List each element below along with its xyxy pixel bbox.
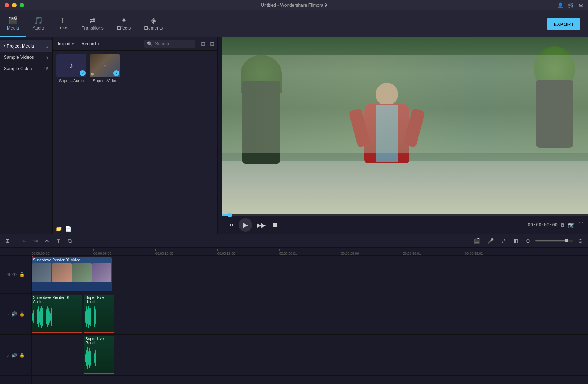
preview-video-background bbox=[222, 38, 588, 214]
maximize-button[interactable] bbox=[20, 3, 24, 8]
preview-progress-thumb[interactable] bbox=[227, 213, 232, 218]
import-button[interactable]: Import ▾ bbox=[56, 40, 76, 48]
panel-collapse-arrow[interactable]: ‹ bbox=[218, 38, 222, 234]
playhead-triangle bbox=[32, 256, 34, 257]
ruler-label-4: 00:00:20:01 bbox=[279, 252, 297, 255]
background-wall bbox=[222, 55, 588, 153]
sidebar-item-project-media-label: › Project Media bbox=[4, 44, 34, 49]
microphone-button[interactable]: 🎤 bbox=[485, 236, 496, 245]
export-button[interactable]: EXPORT bbox=[547, 18, 580, 30]
wave-bar bbox=[37, 309, 38, 324]
lock-icon-audio-1[interactable]: 🔒 bbox=[19, 311, 25, 316]
close-button[interactable] bbox=[5, 3, 9, 8]
tab-transitions[interactable]: ⇄ Transitions bbox=[75, 10, 110, 37]
sidebar-item-sample-colors[interactable]: Sample Colors 15 bbox=[0, 63, 52, 74]
lock-icon-audio-2[interactable]: 🔒 bbox=[19, 352, 25, 358]
grid-icon[interactable]: ⊞ bbox=[210, 41, 214, 47]
effects-timeline-button[interactable]: ◧ bbox=[511, 236, 520, 245]
stop-button[interactable]: ⏹ bbox=[270, 220, 279, 230]
video-item-label: Super...Video bbox=[93, 78, 117, 83]
preview-video bbox=[222, 38, 588, 214]
snapshot-icon[interactable]: 📷 bbox=[568, 222, 574, 228]
wave-bar bbox=[36, 306, 36, 328]
ruler-mark-0: 00:00:00:00 bbox=[32, 249, 93, 255]
audio-clip-1-bottom bbox=[32, 332, 82, 333]
ruler-mark-1: 00:00:05:00 bbox=[93, 249, 155, 255]
fullscreen-icon[interactable]: ⛶ bbox=[578, 222, 583, 228]
tab-audio[interactable]: 🎵 Audio bbox=[26, 10, 51, 37]
undo-button[interactable]: ↩ bbox=[20, 236, 29, 245]
cut-button[interactable]: ✂ bbox=[42, 236, 51, 245]
redo-button[interactable]: ↪ bbox=[31, 236, 40, 245]
minimize-button[interactable] bbox=[12, 3, 17, 8]
play-button[interactable]: ▶ bbox=[239, 218, 252, 232]
wave-bar bbox=[85, 354, 86, 362]
sidebar-item-project-media[interactable]: › Project Media 2 bbox=[0, 40, 52, 52]
tab-media[interactable]: 🎬 Media bbox=[0, 10, 26, 37]
audio-clip-2[interactable]: Superdave Rend... bbox=[84, 295, 114, 333]
zoom-out-button[interactable]: ⊖ bbox=[576, 236, 585, 245]
zoom-slider[interactable] bbox=[535, 240, 573, 242]
add-media-folder-icon[interactable]: 📁 bbox=[56, 226, 62, 232]
add-track-button[interactable]: ⊞ bbox=[3, 236, 12, 245]
sidebar-item-sample-videos[interactable]: Sample Videos 9 bbox=[0, 52, 52, 63]
zoom-thumb[interactable] bbox=[565, 238, 568, 242]
wave-bar bbox=[42, 308, 43, 326]
window-controls[interactable] bbox=[5, 3, 24, 8]
ruler-mark-7: 00:00:35:01 bbox=[465, 249, 527, 255]
project-media-count: 2 bbox=[46, 44, 48, 48]
tab-elements[interactable]: ◈ Elements bbox=[137, 10, 170, 37]
filter-icon[interactable]: ⊟ bbox=[201, 41, 205, 47]
wave-bar bbox=[53, 306, 53, 328]
lock-icon-video[interactable]: 🔒 bbox=[19, 272, 25, 277]
preview-controls: ⏮ ▶ ▶▶ ⏹ 00:00:00:00 ⧉ 📷 ⛶ bbox=[222, 216, 588, 234]
add-media-item-icon[interactable]: 📄 bbox=[65, 226, 71, 232]
media-item-video[interactable]: 🧍 ✓ ⊞ Super...Video bbox=[90, 54, 120, 83]
video-clip[interactable]: Superdave Render 01 Video bbox=[32, 257, 112, 291]
search-icon: 🔍 bbox=[147, 41, 153, 46]
speaker-icon-2[interactable]: 🔊 bbox=[11, 352, 17, 358]
fast-forward-button[interactable]: ▶▶ bbox=[255, 220, 267, 230]
ruler-mark-4: 00:00:20:01 bbox=[279, 249, 341, 255]
wave-bar bbox=[93, 352, 93, 364]
media-item-audio[interactable]: ♪ ✓ Super...Audio bbox=[56, 54, 86, 83]
clip-icon-button[interactable]: 🎬 bbox=[471, 236, 482, 245]
wave-bar bbox=[94, 353, 95, 363]
tab-titles[interactable]: T Titles bbox=[51, 10, 75, 37]
track-label-audio-2: ♪ 🔊 🔒 bbox=[0, 334, 31, 376]
media-grid: ♪ ✓ Super...Audio 🧍 ✓ ⊞ bbox=[53, 51, 217, 223]
ruler-line-6 bbox=[403, 249, 403, 251]
wave-bar bbox=[54, 309, 54, 324]
wave-bar bbox=[45, 312, 45, 321]
wave-bar bbox=[41, 306, 42, 328]
sample-colors-count: 15 bbox=[44, 66, 48, 71]
skip-back-button[interactable]: ⏮ bbox=[227, 220, 236, 230]
audio-clip-1[interactable]: Superdave Render 01 Audi... bbox=[32, 295, 82, 333]
record-button[interactable]: Record ▾ bbox=[79, 40, 102, 48]
video-check-icon: ✓ bbox=[113, 70, 119, 76]
user-icon: 👤 bbox=[557, 2, 564, 8]
audio-tab-label: Audio bbox=[33, 26, 44, 31]
transitions-timeline-button[interactable]: ⇄ bbox=[499, 236, 508, 245]
copy-button[interactable]: ⧉ bbox=[66, 236, 74, 246]
picture-in-picture-icon[interactable]: ⧉ bbox=[561, 222, 564, 228]
search-input[interactable] bbox=[155, 41, 192, 46]
ruler-mark-2: 00:00:10:00 bbox=[155, 249, 217, 255]
titles-tab-icon: T bbox=[61, 17, 65, 24]
preview-progress-bar[interactable] bbox=[222, 214, 588, 216]
wave-bar bbox=[90, 351, 91, 366]
timeline-zoom-controls: 🎬 🎤 ⇄ ◧ ⊙ ⊖ bbox=[471, 236, 585, 245]
speaker-icon-1[interactable]: 🔊 bbox=[11, 311, 17, 316]
wave-bar bbox=[35, 308, 35, 326]
search-box: 🔍 bbox=[144, 40, 195, 48]
eye-icon[interactable]: 👁 bbox=[12, 272, 17, 277]
timer-button[interactable]: ⊙ bbox=[523, 236, 532, 245]
tab-effects[interactable]: ✦ Effects bbox=[110, 10, 137, 37]
ruler-mark-3: 00:00:15:00 bbox=[217, 249, 279, 255]
media-content-toolbar: Import ▾ Record ▾ 🔍 ⊟ ⊞ bbox=[53, 38, 217, 51]
delete-button[interactable]: 🗑 bbox=[54, 236, 63, 245]
audio-clip-3[interactable]: Superdave Rend... bbox=[84, 336, 114, 374]
timeline-section: ⊞ ↩ ↪ ✂ 🗑 ⧉ 🎬 🎤 ⇄ ◧ ⊙ ⊖ 00:00:00 bbox=[0, 234, 588, 384]
audio-clip-1-label: Superdave Render 01 Audi... bbox=[32, 295, 82, 304]
title-bar-icons: 👤 🛒 ✉ bbox=[557, 2, 583, 8]
